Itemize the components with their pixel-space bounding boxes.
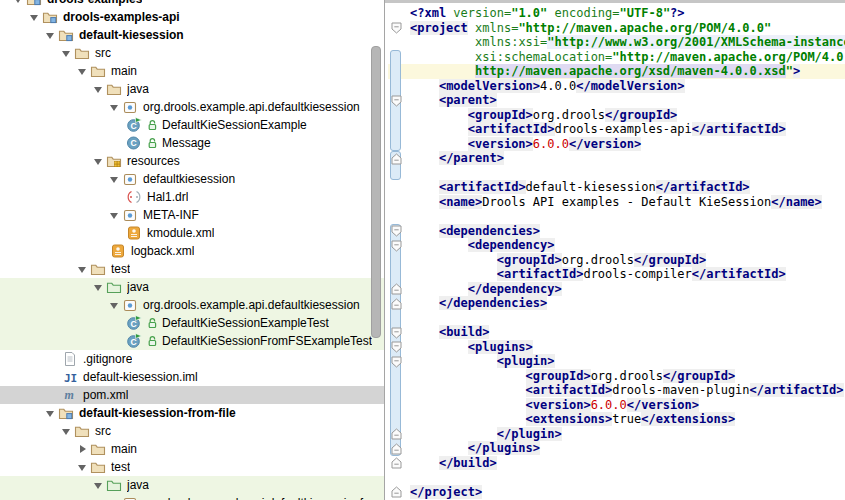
fold-open-icon[interactable]: [391, 95, 402, 107]
tree-row-main[interactable]: main: [0, 440, 384, 458]
tree-row-kmodule-xml[interactable]: kmodule.xml: [0, 224, 384, 242]
expand-open-icon[interactable]: [76, 62, 90, 80]
tree-row-meta-inf[interactable]: META-INF: [0, 206, 384, 224]
expand-closed-icon[interactable]: [76, 440, 90, 458]
code-token: org.drools: [591, 369, 663, 383]
code-token: [410, 441, 468, 455]
tree-row-java[interactable]: java: [0, 278, 384, 296]
code-token: </artifactId>: [656, 180, 750, 194]
code-token: default-kiesession: [526, 180, 656, 194]
tree-row-java[interactable]: java: [0, 476, 384, 494]
expand-open-icon[interactable]: [108, 206, 122, 224]
fold-open-icon[interactable]: [391, 327, 402, 339]
expand-open-icon[interactable]: [108, 296, 122, 314]
expand-open-icon[interactable]: [44, 404, 58, 422]
expand-open-icon[interactable]: [76, 458, 90, 476]
tree-item-label: Hal1.drl: [147, 190, 188, 204]
tree-row-defaultkiesessionexample[interactable]: CDefaultKieSessionExample: [0, 116, 384, 134]
tree-row-message[interactable]: CMessage: [0, 134, 384, 152]
tree-item-label: pom.xml: [83, 388, 128, 402]
expand-open-icon[interactable]: [92, 476, 106, 494]
tree-row-src[interactable]: src: [0, 422, 384, 440]
tree-row-drools-examples-api[interactable]: drools-examples-api: [0, 8, 384, 26]
tree-item-label: kmodule.xml: [147, 226, 214, 240]
code-line: <plugins>: [410, 340, 845, 355]
svg-text:C: C: [130, 138, 136, 148]
tree-item-label: main: [111, 442, 137, 456]
code-token: </version>: [569, 137, 641, 151]
expand-open-icon[interactable]: [60, 422, 74, 440]
expand-open-icon[interactable]: [92, 278, 106, 296]
expand-open-icon[interactable]: [44, 26, 58, 44]
tree-row-src[interactable]: src: [0, 44, 384, 62]
tree-row--gitignore[interactable]: .gitignore: [0, 350, 384, 368]
code-line: </build>: [410, 456, 845, 471]
tree-row-default-kiesession[interactable]: default-kiesession: [0, 26, 384, 44]
code-line: <artifactId>default-kiesession</artifact…: [410, 180, 845, 195]
fold-close-icon[interactable]: [391, 283, 402, 295]
code-line: <artifactId>drools-examples-api</artifac…: [410, 122, 845, 137]
code-token: drools-maven-plugin: [612, 383, 749, 397]
code-token: ?>: [670, 6, 684, 20]
expand-open-icon[interactable]: [12, 0, 26, 8]
fold-open-icon[interactable]: [391, 341, 402, 353]
package-icon: [122, 495, 138, 500]
tree-row-main[interactable]: main: [0, 62, 384, 80]
ide-window: drools-examplesdrools-examples-apidefaul…: [0, 0, 845, 500]
code-token: true: [612, 412, 641, 426]
fold-close-icon[interactable]: [391, 457, 402, 469]
code-token: </groupId>: [663, 369, 735, 383]
code-token: <artifactId>: [497, 267, 584, 281]
tree-row-test[interactable]: test: [0, 260, 384, 278]
tree-item-label: java: [127, 280, 149, 294]
expand-open-icon[interactable]: [60, 44, 74, 62]
test-folder-icon: [106, 279, 122, 295]
expand-open-icon[interactable]: [92, 80, 106, 98]
fold-open-icon[interactable]: [391, 240, 402, 252]
fold-close-icon[interactable]: [391, 298, 402, 310]
fold-open-icon[interactable]: [391, 225, 402, 237]
tree-row-resources[interactable]: resources: [0, 152, 384, 170]
tree-row-default-kiesession-from-file[interactable]: default-kiesession-from-file: [0, 404, 384, 422]
expand-open-icon[interactable]: [92, 152, 106, 170]
tree-row-org-drools-example-api-defaultkiesessionfromfile[interactable]: org.drools.example.api.defaultkiesession…: [0, 494, 384, 500]
tree-row-org-drools-example-api-defaultkiesession[interactable]: org.drools.example.api.defaultkiesession: [0, 98, 384, 116]
editor-pane[interactable]: <?xml version="1.0" encoding="UTF-8"?><p…: [385, 0, 845, 500]
expand-open-icon[interactable]: [108, 170, 122, 188]
code-token: </name>: [771, 195, 822, 209]
fold-close-icon[interactable]: [391, 443, 402, 455]
code-token: </dependency>: [468, 282, 562, 296]
tree-row-java[interactable]: java: [0, 80, 384, 98]
tree-row-defaultkiesessionfromfsexampletest[interactable]: CDefaultKieSessionFromFSExampleTest: [0, 332, 384, 350]
tree-row-hal1-drl[interactable]: Hal1.drl: [0, 188, 384, 206]
class-run-icon: C: [126, 333, 142, 349]
tree-row-drools-examples[interactable]: drools-examples: [0, 0, 384, 8]
expand-open-icon[interactable]: [108, 98, 122, 116]
code-line: <extensions>true</extensions>: [410, 412, 845, 427]
fold-open-icon[interactable]: [391, 22, 402, 34]
expand-open-icon[interactable]: [76, 260, 90, 278]
fold-close-icon[interactable]: [391, 486, 402, 498]
fold-open-icon[interactable]: [391, 356, 402, 368]
tree-row-test[interactable]: test: [0, 458, 384, 476]
code-editor[interactable]: <?xml version="1.0" encoding="UTF-8"?><p…: [410, 6, 845, 499]
tree-row-org-drools-example-api-defaultkiesession[interactable]: org.drools.example.api.defaultkiesession: [0, 296, 384, 314]
tree-row-pom-xml[interactable]: mpom.xml: [0, 386, 384, 404]
tree-scrollbar-thumb[interactable]: [371, 46, 381, 338]
fold-close-icon[interactable]: [391, 428, 402, 440]
code-token: <build>: [439, 325, 490, 339]
tree-row-default-kiesession-iml[interactable]: JIdefault-kiesession.iml: [0, 368, 384, 386]
tree-row-defaultkiesession[interactable]: defaultkiesession: [0, 170, 384, 188]
project-tree-panel[interactable]: drools-examplesdrools-examples-apidefaul…: [0, 0, 384, 500]
code-token: </extensions>: [641, 412, 735, 426]
tree-row-logback-xml[interactable]: logback.xml: [0, 242, 384, 260]
fold-close-icon[interactable]: [391, 153, 402, 165]
code-token: <artifactId>: [439, 180, 526, 194]
code-token: [410, 282, 468, 296]
code-token: [410, 35, 475, 49]
expand-open-icon[interactable]: [28, 8, 42, 26]
tree-row-defaultkiesessionexampletest[interactable]: CDefaultKieSessionExampleTest: [0, 314, 384, 332]
code-token: <extensions>: [526, 412, 613, 426]
expand-open-icon[interactable]: [108, 494, 122, 500]
code-token: </groupId>: [605, 108, 677, 122]
